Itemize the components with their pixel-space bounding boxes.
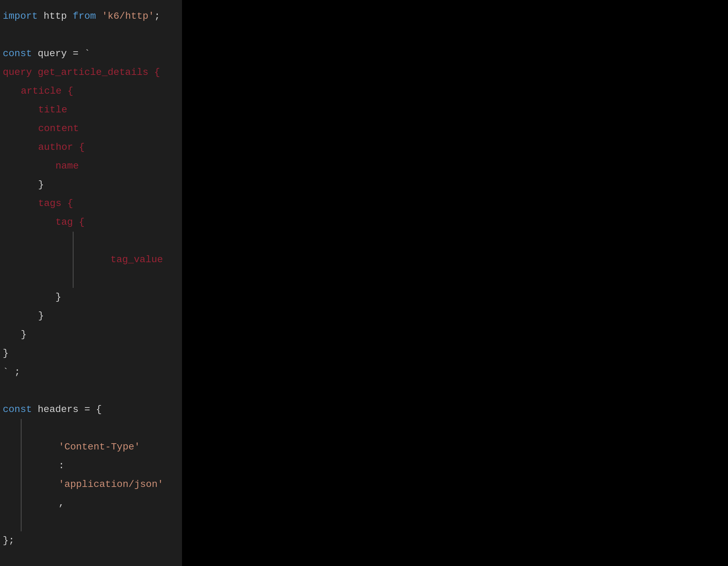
keyword-import: import bbox=[3, 7, 38, 26]
headers-border: 'Content-Type' : 'application/json' , bbox=[21, 419, 163, 531]
code-line-1: import http from 'k6/http' ; bbox=[0, 7, 182, 26]
code-line-9: name bbox=[0, 157, 182, 175]
code-panel: import http from 'k6/http' ; const query… bbox=[0, 0, 182, 566]
gql-content: content bbox=[38, 119, 79, 138]
gql-article: article { bbox=[21, 82, 73, 101]
gql-name: name bbox=[55, 157, 79, 175]
code-line-blank-3 bbox=[0, 550, 182, 566]
code-line-6: title bbox=[0, 101, 182, 119]
string-k6http: 'k6/http' bbox=[102, 7, 154, 26]
brace-close-article: } bbox=[21, 325, 27, 344]
code-line-11: tags { bbox=[0, 194, 182, 213]
code-line-21: 'Content-Type' : 'application/json' , bbox=[0, 419, 182, 531]
black-panel bbox=[182, 0, 728, 566]
gql-tags: tags { bbox=[38, 194, 73, 213]
keyword-const-2: const bbox=[3, 400, 32, 419]
code-line-5: article { bbox=[0, 82, 182, 101]
code-line-20: const headers = { bbox=[0, 400, 182, 419]
code-line-14: } bbox=[0, 288, 182, 307]
code-line-10: } bbox=[0, 175, 182, 194]
header-content-type-key: 'Content-Type' bbox=[59, 441, 140, 452]
brace-close-tag: } bbox=[55, 288, 61, 307]
headers-close: }; bbox=[3, 531, 15, 550]
code-line-16: } bbox=[0, 325, 182, 344]
header-content-type-val: 'application/json' bbox=[59, 479, 163, 490]
gql-author: author { bbox=[38, 138, 85, 157]
code-line-8: author { bbox=[0, 138, 182, 157]
code-line-22: }; bbox=[0, 531, 182, 550]
keyword-const-1: const bbox=[3, 44, 32, 63]
code-line-7: content bbox=[0, 119, 182, 138]
code-line-18: ` ; bbox=[0, 363, 182, 381]
code-line-12: tag { bbox=[0, 213, 182, 232]
brace-close-tags: } bbox=[38, 307, 44, 325]
code-line-blank-2 bbox=[0, 381, 182, 400]
code-line-3: const query = ` bbox=[0, 44, 182, 63]
brace-close-query: } bbox=[3, 344, 9, 363]
gql-query-keyword: query get_article_details { bbox=[3, 63, 160, 82]
code-line-17: } bbox=[0, 344, 182, 363]
code-line-4: query get_article_details { bbox=[0, 63, 182, 82]
brace-close-author: } bbox=[38, 175, 44, 194]
code-line-15: } bbox=[0, 307, 182, 325]
backtick-semicolon: ` ; bbox=[3, 363, 20, 381]
gql-tag: tag { bbox=[55, 213, 85, 232]
gql-tag-value-border: tag_value bbox=[73, 232, 163, 288]
code-line-13: tag_value bbox=[0, 232, 182, 288]
code-line-blank-1 bbox=[0, 26, 182, 44]
gql-tag-value: tag_value bbox=[111, 254, 163, 265]
gql-title: title bbox=[38, 101, 67, 119]
keyword-from: from bbox=[73, 7, 96, 26]
